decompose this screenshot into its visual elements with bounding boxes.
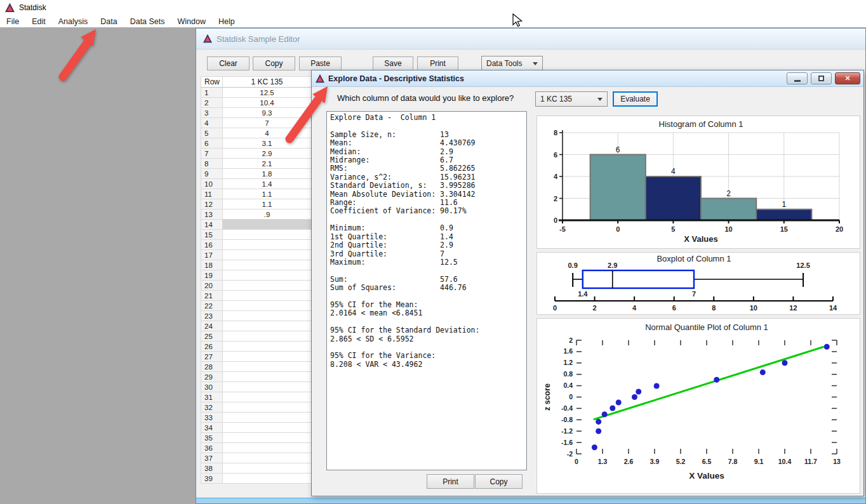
row-number-cell: 11 (201, 189, 223, 199)
data-cell[interactable] (223, 311, 312, 321)
data-cell[interactable] (223, 342, 312, 352)
data-cell[interactable] (223, 230, 312, 240)
svg-text:-1.2: -1.2 (561, 427, 573, 435)
row-number-cell: 10 (201, 179, 223, 189)
dialog-print-button[interactable]: Print (427, 474, 474, 489)
selected-data-cell[interactable] (223, 220, 312, 230)
row-number-cell: 1 (201, 88, 223, 98)
explore-dialog-titlebar[interactable]: Explore Data - Descriptive Statistics ✕ (312, 70, 863, 87)
data-cell[interactable]: 2.9 (223, 149, 312, 159)
data-cell[interactable] (223, 291, 312, 301)
svg-text:-5: -5 (559, 225, 566, 233)
sample-editor-titlebar[interactable]: Statdisk Sample Editor (196, 29, 865, 50)
save-button[interactable]: Save (373, 56, 413, 70)
data-cell[interactable]: .9 (223, 209, 312, 220)
data-cell[interactable] (223, 301, 312, 311)
table-row: 17 (201, 250, 312, 260)
data-cell[interactable] (223, 281, 312, 291)
row-number-cell: 16 (201, 240, 223, 250)
svg-text:1.3: 1.3 (598, 458, 608, 465)
table-row: 22 (201, 301, 312, 311)
row-number-cell: 39 (201, 474, 223, 484)
svg-text:12.5: 12.5 (796, 262, 809, 269)
data-cell[interactable]: 10.4 (223, 98, 312, 108)
table-row: 23 (201, 311, 312, 321)
data-cell[interactable] (223, 331, 312, 342)
row-number-cell: 12 (201, 199, 223, 209)
data-cell[interactable] (223, 402, 312, 413)
data-cell[interactable]: 1.1 (223, 199, 312, 209)
minimize-button[interactable] (787, 72, 808, 84)
maximize-button[interactable] (811, 72, 832, 84)
row-number-cell: 21 (201, 291, 223, 301)
data-cell[interactable] (223, 433, 312, 443)
row-number-cell: 37 (201, 453, 223, 463)
table-row: 16 (201, 240, 312, 250)
svg-text:2: 2 (554, 195, 557, 202)
data-cell[interactable]: 1.1 (223, 189, 312, 199)
svg-text:-1.6: -1.6 (561, 439, 573, 446)
histogram-panel: Histogram of Column 1642102468-505101520… (536, 116, 860, 249)
data-cell[interactable] (223, 270, 312, 281)
data-cell[interactable] (223, 260, 312, 270)
menu-item-data-sets[interactable]: Data Sets (124, 16, 171, 27)
data-cell[interactable]: 2.1 (223, 159, 312, 169)
print-button[interactable]: Print (417, 56, 458, 70)
data-cell[interactable] (223, 463, 312, 474)
svg-text:2: 2 (569, 336, 573, 344)
data-cell[interactable] (223, 413, 312, 423)
data-cell[interactable] (223, 240, 312, 250)
row-number-cell: 18 (201, 260, 223, 270)
column-select-dropdown[interactable]: 1 KC 135 (535, 91, 608, 107)
data-cell[interactable] (223, 453, 312, 463)
menu-item-analysis[interactable]: Analysis (52, 16, 95, 27)
copy-button[interactable]: Copy (253, 56, 295, 70)
table-row: 32 (201, 402, 312, 413)
close-button[interactable]: ✕ (835, 72, 860, 84)
data-cell[interactable]: 7 (223, 118, 312, 128)
data-cell[interactable]: 1.8 (223, 169, 312, 179)
table-row: 15 (201, 230, 312, 240)
svg-text:4: 4 (554, 173, 558, 180)
data-cell[interactable]: 4 (223, 128, 312, 138)
paste-button[interactable]: Paste (299, 56, 342, 70)
data-cell[interactable] (223, 392, 312, 402)
clear-button[interactable]: Clear (207, 56, 250, 70)
evaluate-button[interactable]: Evaluate (613, 91, 658, 107)
svg-text:6: 6 (672, 304, 676, 312)
row-number-cell: 23 (201, 311, 223, 321)
row-number-cell: 33 (201, 413, 223, 423)
row-number-cell: 8 (201, 159, 223, 169)
data-cell[interactable] (223, 372, 312, 382)
menu-item-help[interactable]: Help (212, 16, 241, 27)
data-cell[interactable]: 1.4 (223, 179, 312, 189)
dialog-copy-button[interactable]: Copy (475, 474, 523, 489)
table-row: 112.5 (201, 88, 312, 98)
data-cell[interactable] (223, 423, 312, 433)
descriptive-statistics-output[interactable]: Explore Data - Column 1 Sample Size, n: … (326, 111, 527, 470)
data-cell[interactable] (223, 321, 312, 331)
data-cell[interactable] (223, 250, 312, 260)
row-number-cell: 4 (201, 118, 223, 128)
menu-item-edit[interactable]: Edit (25, 16, 52, 27)
data-cell[interactable]: 9.3 (223, 108, 312, 118)
data-tools-dropdown[interactable]: Data Tools (481, 56, 543, 71)
data-cell[interactable]: 12.5 (223, 88, 312, 98)
data-cell[interactable] (223, 352, 312, 362)
data-cell[interactable] (223, 443, 312, 453)
sample-data-table[interactable]: Row 1 KC 135 112.5210.439.3475463.172.98… (201, 76, 312, 484)
svg-text:6.5: 6.5 (702, 458, 712, 465)
data-cell[interactable] (223, 382, 312, 392)
data-cell[interactable]: 3.1 (223, 138, 312, 149)
statdisk-logo-icon (316, 74, 324, 83)
data-cell[interactable] (223, 474, 312, 484)
menu-item-window[interactable]: Window (171, 16, 212, 27)
table-row: 30 (201, 382, 312, 392)
menu-item-file[interactable]: File (0, 16, 25, 27)
table-row: 91.8 (201, 169, 312, 179)
svg-text:13: 13 (833, 458, 841, 465)
data-cell[interactable] (223, 362, 312, 372)
menu-item-data[interactable]: Data (94, 16, 123, 27)
histogram-chart: Histogram of Column 1642102468-505101520… (537, 116, 860, 248)
table-row: 47 (201, 118, 312, 128)
